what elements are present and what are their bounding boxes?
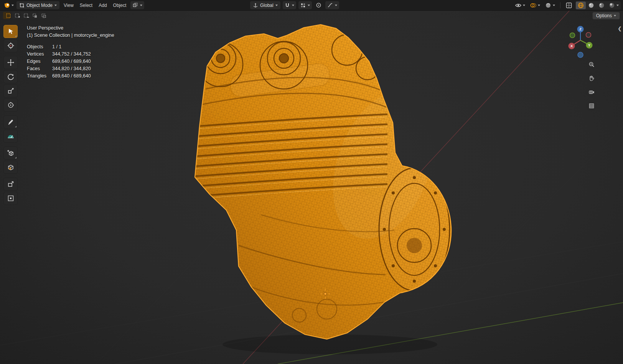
motorcycle-engine-model[interactable]	[184, 19, 460, 349]
show-overlays-dropdown[interactable]	[528, 1, 542, 9]
move-icon	[7, 59, 15, 66]
transform-icon	[7, 101, 15, 109]
shading-solid-button[interactable]	[586, 2, 596, 9]
cursor-3d-icon	[7, 42, 15, 49]
shading-mode-segment	[575, 1, 621, 10]
chevron-down-icon	[335, 5, 337, 6]
magnet-icon	[285, 3, 290, 8]
select-box-icon	[7, 28, 15, 35]
subtool-indicator	[15, 157, 16, 158]
tool-add-primitive[interactable]	[3, 161, 18, 174]
gizmo-axis-neg-x[interactable]	[586, 33, 591, 38]
view-perspective-label: User Perspective	[27, 25, 114, 31]
select-mode-extend-button[interactable]	[12, 12, 19, 19]
mode-selector[interactable]: Object Mode	[16, 1, 59, 9]
options-dropdown[interactable]: Options	[592, 12, 620, 20]
extrude-icon	[7, 180, 15, 188]
menu-bar: View Select Add Object	[61, 2, 129, 9]
show-gizmos-dropdown[interactable]	[513, 1, 527, 9]
gizmo-axis-y-label: Y	[588, 43, 590, 47]
tool-annotate[interactable]	[3, 115, 18, 128]
transform-orientation-dropdown[interactable]: Global	[250, 1, 280, 9]
pan-button[interactable]	[586, 73, 596, 83]
xray-toggle-button[interactable]	[564, 1, 574, 9]
snap-toggle-dropdown[interactable]	[283, 1, 296, 9]
editor-type-dropdown[interactable]	[2, 1, 15, 9]
viewport-nav-tools	[586, 59, 596, 111]
mode-label: Object Mode	[26, 3, 53, 8]
shading-material-button[interactable]	[597, 2, 607, 9]
chevron-down-icon	[292, 5, 294, 6]
proportional-circle-icon	[316, 2, 321, 8]
add-primitive-icon	[7, 163, 15, 171]
stat-value: 344,752 / 344,752	[52, 51, 114, 58]
viewport-overlay-text: User Perspective (1) Scene Collection | …	[27, 25, 114, 80]
wireframe-sphere-icon	[577, 2, 584, 9]
object-mode-icon	[19, 3, 25, 8]
perspective-toggle-button[interactable]	[586, 101, 596, 111]
magnifier-icon	[588, 61, 595, 68]
menu-add[interactable]: Add	[96, 2, 110, 9]
select-mode-subtract-button[interactable]	[21, 12, 28, 19]
shading-wireframe-button[interactable]	[576, 2, 586, 9]
select-intersect-icon	[41, 13, 47, 19]
rendered-sphere-icon	[608, 2, 615, 9]
menu-select[interactable]: Select	[77, 2, 96, 9]
tool-cursor[interactable]	[3, 39, 18, 52]
render-preview-dropdown[interactable]	[543, 1, 557, 9]
gizmo-axis-z-label: Z	[579, 27, 582, 31]
blender-logo-icon	[4, 2, 10, 8]
subtool-indicator	[15, 126, 16, 127]
chevron-down-icon	[614, 15, 616, 16]
falloff-curve-icon	[327, 2, 333, 8]
camera-view-button[interactable]	[586, 87, 596, 97]
tool-select-box[interactable]	[3, 25, 18, 38]
proportional-editing-toggle[interactable]	[314, 1, 323, 9]
toolbar	[3, 25, 18, 205]
tool-measure[interactable]	[3, 130, 18, 143]
separator	[560, 2, 560, 8]
snap-target-grid-icon	[300, 3, 306, 8]
orientation-axes-icon	[253, 3, 258, 8]
menu-view[interactable]: View	[61, 2, 77, 9]
breadcrumb: (1) Scene Collection | motorcycle_engine	[27, 32, 114, 39]
tool-rotate[interactable]	[3, 70, 18, 83]
stat-label: Edges	[27, 58, 52, 65]
tool-extrude[interactable]	[3, 178, 18, 191]
chevron-down-icon	[12, 5, 14, 6]
gizmo-axis-neg-y[interactable]	[570, 33, 575, 38]
sidebar-toggle-arrow[interactable]: ❮	[617, 26, 623, 31]
tool-transform[interactable]	[3, 99, 18, 112]
rotate-icon	[7, 73, 15, 81]
navigation-gizmo[interactable]: Z X Y	[567, 24, 594, 59]
chevron-down-icon	[140, 5, 142, 6]
shading-rendered-button[interactable]	[607, 2, 620, 9]
gizmo-axis-neg-z[interactable]	[578, 52, 583, 58]
ortho-grid-icon	[588, 103, 595, 109]
pivot-point-dropdown[interactable]	[130, 1, 144, 9]
tool-move[interactable]	[3, 56, 18, 69]
tool-inset[interactable]	[3, 192, 18, 205]
overlays-icon	[530, 2, 537, 9]
stat-label: Vertices	[27, 51, 52, 58]
select-mode-invert-button[interactable]	[30, 12, 37, 19]
scale-icon	[7, 87, 15, 95]
select-mode-intersect-button[interactable]	[38, 12, 46, 19]
tool-add-cube[interactable]	[3, 147, 18, 160]
menu-object[interactable]: Object	[110, 2, 130, 9]
subtool-indicator	[15, 35, 16, 37]
snap-target-dropdown[interactable]	[298, 1, 312, 9]
viewport-3d[interactable]: User Perspective (1) Scene Collection | …	[0, 10, 623, 364]
proportional-falloff-dropdown[interactable]	[325, 1, 339, 9]
zoom-button[interactable]	[586, 59, 596, 69]
select-mode-new-button[interactable]	[3, 12, 10, 19]
tool-scale[interactable]	[3, 84, 18, 97]
select-mode-group	[3, 12, 46, 19]
annotate-pen-icon	[7, 118, 15, 126]
stat-label: Objects	[27, 43, 52, 51]
solid-sphere-icon	[588, 2, 595, 9]
xray-icon	[565, 2, 572, 9]
stat-value: 689,640 / 689,640	[52, 72, 114, 80]
chevron-down-icon	[275, 5, 278, 6]
chevron-down-icon	[616, 5, 619, 6]
